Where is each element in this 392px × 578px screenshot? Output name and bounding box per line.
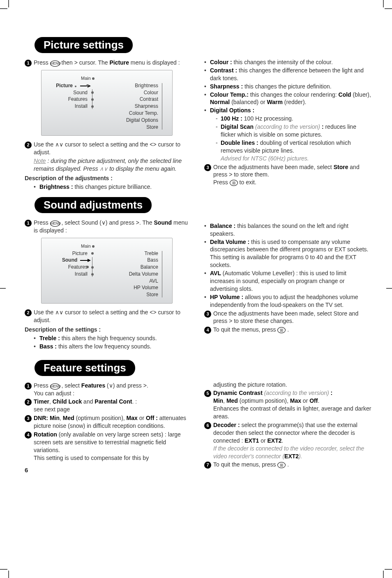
ss-right-item: Treble xyxy=(117,250,158,257)
label: Colour : xyxy=(210,59,232,65)
text: , xyxy=(49,398,53,405)
text: menu is displayed : xyxy=(131,59,180,66)
label: 100 Hz : xyxy=(221,115,242,122)
page-number: 6 xyxy=(25,467,28,474)
text: this changes the intensity of the colour… xyxy=(232,59,333,65)
text: EXT2 xyxy=(267,437,282,444)
leftright-cursor-glyph: <> xyxy=(150,141,156,148)
picture-section-title: Picture settings xyxy=(35,37,133,53)
text: . xyxy=(287,326,289,333)
right-cursor-glyph: > xyxy=(229,171,232,178)
text: Med xyxy=(226,397,238,404)
text: ) and press xyxy=(113,382,143,389)
text: Press xyxy=(34,59,50,66)
text: this changes the colour rendering: xyxy=(250,91,339,98)
ss-right-item: Store xyxy=(117,124,158,131)
ss-right-item: Colour xyxy=(117,89,158,96)
label: Contrast : xyxy=(210,67,237,74)
sound-description-heading: Description of the settings : xyxy=(25,326,192,334)
text: Once the adjustments have been made, sel… xyxy=(213,164,334,170)
text: Med xyxy=(63,415,74,421)
leftright-cursor-glyph: <> xyxy=(150,309,156,316)
sharpness-desc: Sharpness : this changes the picture def… xyxy=(204,83,371,91)
label: Brightness : xyxy=(39,183,73,190)
feature-step-5: 5 Dynamic Contrast (according to the ver… xyxy=(204,389,371,420)
ss-right-item: Sharpness xyxy=(117,103,158,110)
text: . xyxy=(318,397,319,404)
label: HP Volume : xyxy=(210,294,243,300)
double-lines-desc: Double lines : doubling of vertical reso… xyxy=(216,139,371,162)
sound-step-4: 4 To quit the menus, press ⊞ . xyxy=(204,326,371,334)
delta-volume-desc: Delta Volume : this is used to compensat… xyxy=(204,238,371,269)
picture-step-2: 2 Use the ∧∨ cursor to select a setting … xyxy=(25,141,192,156)
ss-left-column: Picture Sound Features Install xyxy=(51,82,92,110)
text: (bluer), xyxy=(353,91,371,98)
step-number-icon: 2 xyxy=(25,399,32,406)
down-cursor-glyph: ∨ xyxy=(101,219,106,226)
hp-volume-desc: HP Volume : allows you to adjust the hea… xyxy=(204,293,371,309)
text: Cold xyxy=(339,91,351,98)
hz100-desc: 100 Hz : 100 Hz processing. xyxy=(216,115,371,123)
text: Normal xyxy=(210,99,230,105)
crop-mark xyxy=(383,571,384,578)
text: this alters the high frequency sounds. xyxy=(60,335,157,341)
menu-name: Sound xyxy=(154,219,172,226)
text: , xyxy=(60,415,63,421)
text: Off : xyxy=(146,415,158,421)
label: Digital Scan xyxy=(221,123,254,130)
menu-button-icon: MENU xyxy=(50,383,60,390)
step-number-icon: 2 xyxy=(25,309,32,316)
text: (optimum position), xyxy=(238,397,290,404)
crop-mark xyxy=(385,569,392,570)
text: Max xyxy=(127,415,138,421)
label: Bass : xyxy=(39,343,57,350)
picture-menu-screenshot: Main Picture Sound Features Install xyxy=(41,70,173,136)
ss-main-label: Main xyxy=(81,243,162,249)
text: ). xyxy=(299,453,302,460)
text: see next page xyxy=(34,406,70,413)
down-cursor-glyph: ∨ xyxy=(109,382,113,389)
version-note: (according to the version) xyxy=(254,123,322,130)
text: to exit. xyxy=(240,179,256,186)
label: Delta Volume : xyxy=(210,239,249,245)
text: . xyxy=(282,437,284,444)
text: 100 Hz processing. xyxy=(242,115,293,122)
text: this changes the picture definition. xyxy=(243,83,332,90)
ss-right-item: Contrast xyxy=(117,96,158,103)
ss-right-item: Brightness xyxy=(117,82,158,89)
feature-step-3: 3 DNR: Min, Med (optimum position), Max … xyxy=(25,414,192,430)
sound-menu-screenshot: Main Picture Sound Features Install Tr xyxy=(41,238,173,304)
ss-right-item: Store xyxy=(117,291,158,298)
text: Press xyxy=(34,219,50,226)
text: , xyxy=(223,397,226,404)
ss-left-item: Features xyxy=(51,96,88,103)
ss-right-item: Delta Volume xyxy=(117,271,158,278)
text: Decoder : xyxy=(213,422,240,428)
ss-left-item: Sound xyxy=(51,89,88,96)
menu-button-icon: MENU xyxy=(50,221,60,227)
right-cursor-glyph: > xyxy=(136,219,139,226)
text: To quit the menus, press xyxy=(213,461,277,468)
feature-section-title: Feature settings xyxy=(35,360,135,376)
feature-step-7: 7 To quit the menus, press ⊞ . xyxy=(204,461,371,469)
text: , select xyxy=(62,382,81,389)
version-note: (according to the version) xyxy=(263,390,331,396)
contrast-desc: Contrast : this changes the difference b… xyxy=(204,67,371,82)
ss-right-item: Colour Temp. xyxy=(117,110,158,117)
text: to display the menu again. xyxy=(108,165,176,172)
step-number-icon: 3 xyxy=(204,164,211,171)
text: this changes picture brilliance. xyxy=(73,183,152,190)
step-number-icon: 2 xyxy=(25,142,32,149)
text: and xyxy=(82,398,95,405)
menu-name: Picture xyxy=(109,59,129,66)
sound-step-3: 3 Once the adjustments have been made, s… xyxy=(204,310,371,325)
text: Warm xyxy=(267,99,283,105)
sound-section-title: Sound adjustments xyxy=(35,197,152,213)
updown-cursor-glyph: ∧∨ xyxy=(55,309,63,316)
store-label: Store xyxy=(334,164,348,170)
right-cursor-glyph: > xyxy=(229,318,232,324)
step-number-icon: 1 xyxy=(25,383,32,390)
text: then xyxy=(62,59,74,66)
advisory-text: Advised for NTSC (60Hz) pictures. xyxy=(221,155,309,162)
text: Sound xyxy=(62,257,77,263)
